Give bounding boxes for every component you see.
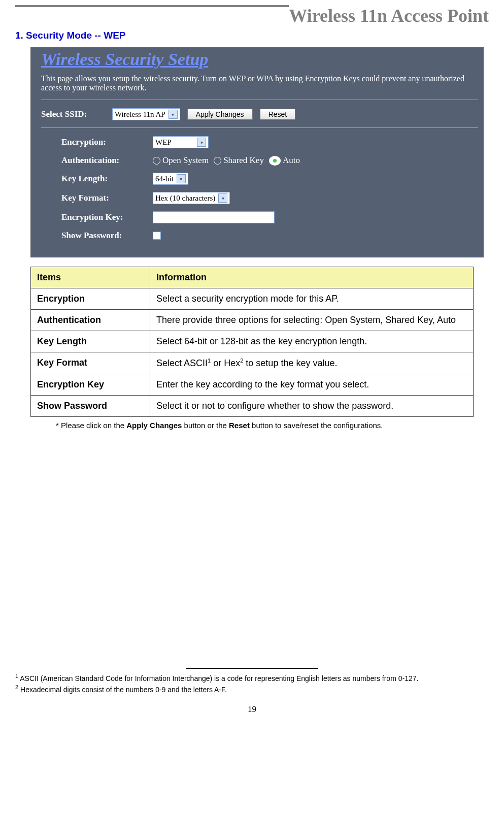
text: or Hex (211, 358, 240, 368)
page-number: 19 (15, 704, 489, 714)
encryption-key-input[interactable] (153, 211, 275, 223)
encryption-label: Encryption: (41, 137, 153, 147)
text: button to save/reset the configurations. (250, 421, 383, 430)
text-bold: Reset (229, 421, 250, 430)
section-title: 1. Security Mode -- WEP (15, 30, 489, 41)
auth-open-radio[interactable]: Open System (153, 155, 209, 166)
keyfmt-select[interactable]: Hex (10 characters) ▾ (153, 192, 230, 204)
table-row: Authentication There provide three optio… (31, 310, 474, 331)
footnote-text: ASCII (American Standard Code for Inform… (18, 674, 418, 682)
apply-note: * Please click on the Apply Changes butt… (56, 421, 489, 430)
text-bold: Apply Changes (126, 421, 182, 430)
item-info: Select a security encryption mode for th… (150, 288, 474, 310)
item-info: Select it or not to configure whether to… (150, 396, 474, 417)
ssid-select[interactable]: Wireless 11n AP ▾ (112, 108, 180, 120)
table-row: Show Password Select it or not to config… (31, 396, 474, 417)
th-items: Items (31, 267, 150, 288)
item-label: Authentication (37, 315, 101, 325)
table-row: Encryption Select a security encryption … (31, 288, 474, 310)
show-password-checkbox[interactable] (153, 232, 161, 240)
chevron-down-icon: ▾ (169, 110, 178, 119)
auth-label: Authentication: (41, 155, 153, 166)
item-info: There provide three options for selectin… (150, 310, 474, 331)
item-label: Encryption (37, 294, 85, 304)
text: button or the (182, 421, 229, 430)
enckey-label: Encryption Key: (41, 212, 153, 222)
th-information: Information (150, 267, 474, 288)
encryption-select[interactable]: WEP ▾ (153, 136, 209, 148)
item-label: Key Format (37, 357, 87, 368)
item-label: Key Length (37, 336, 87, 346)
chevron-down-icon: ▾ (177, 174, 186, 183)
auth-auto-label: Auto (283, 155, 300, 166)
keyfmt-label: Key Format: (41, 193, 153, 203)
text: Select ASCII (156, 358, 208, 368)
text: * Please click on the (56, 421, 126, 430)
ssid-value: Wireless 11n AP (115, 110, 165, 119)
keyfmt-value: Hex (10 characters) (155, 194, 215, 203)
showpw-label: Show Password: (41, 231, 153, 241)
footnote-2: 2 Hexadecimal digits consist of the numb… (15, 684, 489, 694)
header-rule: Wireless 11n Access Point (15, 5, 489, 27)
item-label: Show Password (37, 401, 107, 411)
table-row: Encryption Key Enter the key according t… (31, 374, 474, 396)
footnote-text: Hexadecimal digits consist of the number… (18, 686, 227, 694)
auth-shared-label: Shared Key (223, 155, 264, 166)
keylen-value: 64-bit (155, 175, 174, 183)
apply-changes-button[interactable]: Apply Changes (187, 109, 253, 120)
text: to setup the key value. (243, 358, 337, 368)
auth-open-label: Open System (162, 155, 209, 166)
footnote-rule (186, 668, 318, 669)
screenshot-panel: Wireless Security Setup This page allows… (30, 47, 484, 257)
item-info: Select 64-bit or 128-bit as the key encr… (150, 331, 474, 352)
panel-description: This page allows you setup the wireless … (41, 74, 478, 92)
info-table: Items Information Encryption Select a se… (30, 267, 474, 417)
ssid-label: Select SSID: (41, 109, 112, 119)
encryption-value: WEP (155, 138, 194, 147)
chevron-down-icon: ▾ (197, 138, 206, 147)
footnote-1: 1 ASCII (American Standard Code for Info… (15, 673, 489, 683)
item-info: Enter the key according to the key forma… (150, 374, 474, 396)
divider (41, 127, 478, 128)
page-header-title: Wireless 11n Access Point (289, 5, 489, 26)
table-row: Key Length Select 64-bit or 128-bit as t… (31, 331, 474, 352)
auth-auto-radio[interactable]: Auto (269, 155, 300, 166)
panel-title: Wireless Security Setup (41, 50, 478, 69)
divider (41, 100, 478, 100)
keylen-select[interactable]: 64-bit ▾ (153, 173, 188, 185)
item-label: Encryption Key (37, 379, 104, 389)
reset-button[interactable]: Reset (260, 109, 296, 120)
keylen-label: Key Length: (41, 174, 153, 184)
auth-shared-radio[interactable]: Shared Key (214, 155, 264, 166)
table-row: Key Format Select ASCII1 or Hex2 to setu… (31, 352, 474, 374)
item-info: Select ASCII1 or Hex2 to setup the key v… (150, 352, 474, 374)
chevron-down-icon: ▾ (218, 193, 227, 203)
